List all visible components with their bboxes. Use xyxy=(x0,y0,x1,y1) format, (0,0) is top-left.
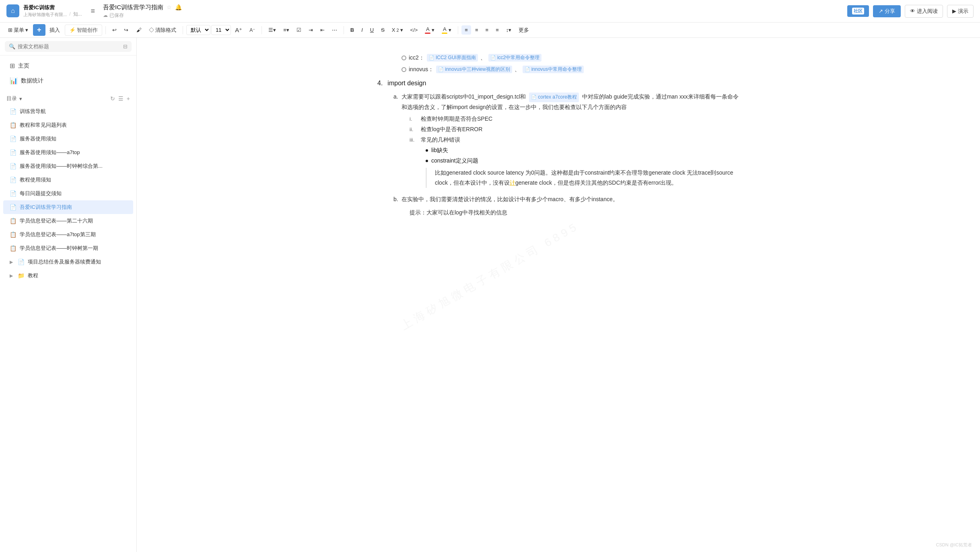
toc-item-label: 学员信息登记表——时钟树第一期 xyxy=(20,245,127,252)
toolbar-sep-5 xyxy=(458,26,458,34)
hint-text: 提示：大家可以在log中寻找相关的信息 xyxy=(410,209,507,216)
innovus-link1[interactable]: 📄 innovus中三种view视图的区别 xyxy=(436,66,512,73)
sub-item-ii: ii. 检查log中是否有ERROR xyxy=(410,126,739,133)
header-right: 社区 ↗ 分享 👁 进入阅读 ▶ 演示 xyxy=(847,5,974,18)
bullet-item-constraint: constraint定义问题 xyxy=(426,157,739,165)
toc-list-button[interactable]: ☰ xyxy=(118,95,124,102)
bullet-item-text: constraint定义问题 xyxy=(431,157,478,165)
toc-item-daily-submit[interactable]: 📄 每日问题提交须知 xyxy=(3,187,133,200)
insert-label-button[interactable]: 插入 xyxy=(46,25,63,35)
toc-item-label: 服务器使用须知——a7top xyxy=(20,149,127,156)
font-color-button[interactable]: A ▾ xyxy=(422,25,438,35)
align-justify-button[interactable]: ≡ xyxy=(492,25,502,35)
more-format-button[interactable]: 更多 xyxy=(515,25,532,35)
bell-icon[interactable]: 🔔 xyxy=(175,4,182,10)
bullet-dot xyxy=(426,160,428,162)
redo-button[interactable]: ↪ xyxy=(121,25,132,35)
more-list-button[interactable]: ⋯ xyxy=(329,25,340,35)
doc-inline-icon: 📄 xyxy=(531,93,537,101)
icc2-link2[interactable]: 📄 icc2中常用命令整理 xyxy=(488,54,541,62)
org-name: 吾爱IC训练营 xyxy=(23,4,82,11)
toc-item-server-notice[interactable]: 📄 服务器使用须知 xyxy=(3,132,133,146)
collab-button[interactable]: 社区 xyxy=(847,5,869,17)
toc-item-faq[interactable]: 📋 教程和常见问题列表 xyxy=(3,118,133,132)
home-label: 主页 xyxy=(18,62,29,70)
doc-inline-icon: 📄 xyxy=(438,67,444,72)
item-4b-header: b. 在实验中，我们需要清楚设计的情况，比如设计中有多少个macro、有多少个i… xyxy=(393,194,739,204)
undo-button[interactable]: ↩ xyxy=(109,25,120,35)
toc-item-ic-guide[interactable]: 📄 吾爱IC训练营学习指南 xyxy=(3,200,133,214)
font-group: 默认 11 A⁺ A⁻ xyxy=(186,25,258,35)
read-mode-button[interactable]: 👁 进入阅读 xyxy=(905,5,943,18)
font-decrease-button[interactable]: A⁻ xyxy=(246,26,258,35)
underline-button[interactable]: U xyxy=(367,25,377,35)
highlight-button[interactable]: A ▾ xyxy=(439,25,455,35)
insert-button[interactable]: + xyxy=(33,24,45,36)
expand-icon[interactable]: ▶ xyxy=(10,260,13,265)
toc-refresh-button[interactable]: ↻ xyxy=(110,95,115,102)
icc2-link1[interactable]: 📄 ICC2 GUI界面指南 xyxy=(427,54,478,62)
italic-button[interactable]: I xyxy=(358,25,366,35)
eye-icon: 👁 xyxy=(910,8,915,14)
star-icon[interactable]: ☆ xyxy=(167,4,172,10)
toc-item-project-summary[interactable]: ▶ 📄 项目总结任务及服务器续费通知 xyxy=(3,255,133,269)
toc-item-tutorial-notice[interactable]: 📄 教程使用须知 xyxy=(3,173,133,187)
font-increase-button[interactable]: A⁺ xyxy=(232,25,245,35)
expand-icon[interactable]: ▶ xyxy=(10,273,13,278)
unordered-list-button[interactable]: ☰▾ xyxy=(265,25,279,35)
toc-item-label: 教程和常见问题列表 xyxy=(20,122,127,129)
roman-label-ii: ii. xyxy=(410,126,418,132)
align-center-button[interactable]: ≡ xyxy=(472,25,482,35)
present-button[interactable]: ▶ 演示 xyxy=(947,5,974,18)
share-button[interactable]: ↗ 分享 xyxy=(873,5,901,17)
toc-item-label: 项目总结任务及服务器续费通知 xyxy=(28,258,127,266)
toc-item-tutorials[interactable]: ▶ 📁 教程 xyxy=(3,269,133,282)
toc-item-student-clock[interactable]: 📋 学员信息登记表——时钟树第一期 xyxy=(3,241,133,255)
format-brush-button[interactable]: 🖌 xyxy=(133,25,145,35)
code-button[interactable]: </> xyxy=(407,25,421,35)
toc-item-training-nav[interactable]: 📄 训练营导航 xyxy=(3,105,133,118)
cortex-link[interactable]: 📄 cortex a7core教程 xyxy=(529,93,579,102)
toc-item-student-26[interactable]: 📋 学员信息登记表——第二十六期 xyxy=(3,214,133,228)
checklist-button[interactable]: ☑ xyxy=(293,25,305,35)
bold-button[interactable]: B xyxy=(347,25,357,35)
toc-item-server-clock[interactable]: 📄 服务器使用须知——时钟树综合第... xyxy=(3,159,133,173)
font-size-select[interactable]: 11 xyxy=(211,25,231,35)
doc-title-row: 吾爱IC训练营学习指南 ☆ 🔔 xyxy=(103,4,839,11)
strikethrough-button[interactable]: S xyxy=(378,25,388,35)
toc-item-student-a7top[interactable]: 📋 学员信息登记表——a7top第三期 xyxy=(3,228,133,241)
toc-item-label: 服务器使用须知——时钟树综合第... xyxy=(20,163,127,170)
superscript-button[interactable]: X2▾ xyxy=(389,25,406,35)
grid-icon: ⊞ xyxy=(8,27,12,33)
clear-format-button[interactable]: ◇ 清除格式 xyxy=(146,25,180,35)
toc-item-label: 训练营导航 xyxy=(20,108,127,115)
play-icon: ▶ xyxy=(952,8,956,14)
font-family-select[interactable]: 默认 xyxy=(186,25,210,35)
menu-button[interactable]: ⊞ 菜单 ▾ xyxy=(5,25,31,35)
toc-item-label: 学员信息登记表——第二十六期 xyxy=(20,217,127,225)
collapse-sidebar-button[interactable]: ≡ xyxy=(91,7,95,15)
sidebar-item-home[interactable]: ⊞ 主页 xyxy=(5,59,132,73)
ordered-list-button[interactable]: ≡▾ xyxy=(280,25,292,35)
sep1: 、 xyxy=(480,54,486,62)
chevron-down-icon[interactable]: ▾ xyxy=(432,27,434,33)
align-right-button[interactable]: ≡ xyxy=(482,25,492,35)
breadcrumb-sep: / xyxy=(69,11,70,18)
sidebar-item-stats[interactable]: 📊 数据统计 xyxy=(5,74,132,88)
line-height-button[interactable]: ↕▾ xyxy=(503,25,515,35)
content-area[interactable]: 上海矽旭微电子有限公司 6895 icc2： 📄 ICC2 GUI界面指南 、 … xyxy=(137,38,980,552)
toc-add-button[interactable]: + xyxy=(127,95,130,102)
outdent-button[interactable]: ⇤ xyxy=(317,25,328,35)
ai-create-button[interactable]: ⚡ 智能创作 xyxy=(65,25,102,36)
search-input[interactable] xyxy=(18,43,121,49)
filter-icon[interactable]: ⊟ xyxy=(123,43,128,49)
toc-label: 目录 xyxy=(6,95,17,102)
chevron-down-icon[interactable]: ▾ xyxy=(449,27,451,33)
sidebar-search: 🔍 ⊟ xyxy=(0,38,136,56)
item-4a: a. 大家需要可以跟着scripts中01_import_design.tcl和… xyxy=(377,92,739,188)
home-icon[interactable]: ⌂ xyxy=(6,4,19,17)
innovus-link2[interactable]: 📄 innovus中常用命令整理 xyxy=(523,66,584,73)
indent-button[interactable]: ⇥ xyxy=(305,25,316,35)
toc-item-server-a7top[interactable]: 📄 服务器使用须知——a7top xyxy=(3,146,133,159)
align-left-button[interactable]: ≡ xyxy=(461,25,471,35)
